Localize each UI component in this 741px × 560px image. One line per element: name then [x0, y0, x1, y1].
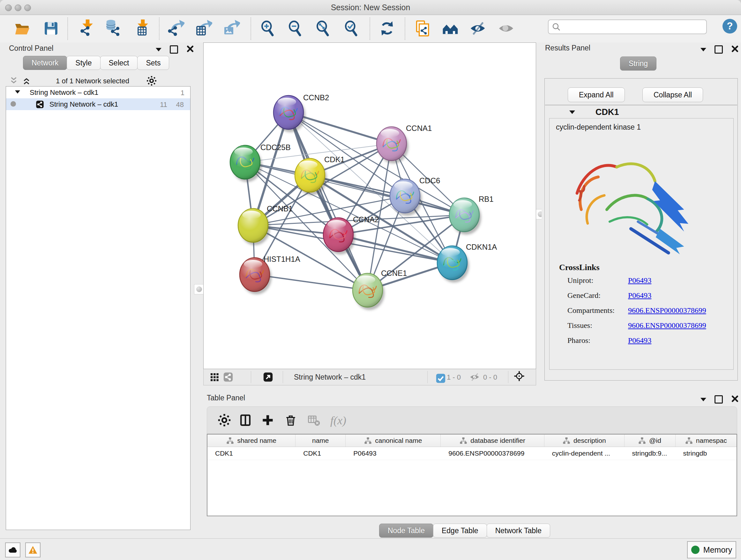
warning-icon[interactable]	[25, 543, 41, 557]
crosslink-label: Tissues:	[567, 321, 592, 329]
node-label-CDC6: CDC6	[419, 176, 440, 185]
table-panel-menu-icon[interactable]	[700, 398, 706, 401]
protein-collapse-icon[interactable]	[569, 111, 575, 114]
help-icon[interactable]: ?	[723, 19, 737, 34]
tab-select[interactable]: Select	[100, 56, 138, 70]
hide-selected-eye-slash-icon[interactable]	[469, 19, 487, 37]
strip-separator	[508, 371, 509, 383]
expand-all-networks-icon[interactable]	[22, 76, 31, 85]
column-header-description[interactable]: description	[544, 435, 624, 447]
node-label-CDKN1A: CDKN1A	[466, 243, 497, 251]
memory-button[interactable]: Memory	[687, 541, 736, 558]
collapse-all-button[interactable]: Collapse All	[643, 87, 703, 102]
zoom-out-icon[interactable]	[286, 19, 305, 37]
network-collection-row[interactable]: String Network – cdk1 1	[6, 86, 190, 98]
network-node-RB1[interactable]	[449, 198, 481, 235]
export-image-icon[interactable]	[222, 19, 240, 37]
network-label: String Network – cdk1	[50, 100, 118, 109]
left-splitter-handle[interactable]	[194, 284, 204, 294]
control-panel-float-icon[interactable]	[170, 45, 178, 54]
network-node-CDK1[interactable]	[295, 159, 327, 195]
crosshair-icon[interactable]	[514, 371, 527, 383]
network-edge-CDK1-RB1[interactable]	[310, 175, 464, 215]
search-input[interactable]	[562, 21, 704, 32]
zoom-selected-icon[interactable]	[343, 19, 360, 37]
cell-description: cyclin-dependent ...	[544, 447, 624, 460]
export-table-icon[interactable]	[194, 19, 212, 37]
network-node-CCNE1[interactable]	[353, 273, 385, 310]
delete-table-icon	[307, 413, 321, 427]
column-header-id[interactable]: @id	[624, 435, 676, 447]
network-edge-CCNB2-CCNE1[interactable]	[288, 112, 367, 290]
network-node-CCNB2[interactable]	[273, 96, 306, 132]
collection-network-count: 1	[181, 89, 185, 97]
table-panel-float-icon[interactable]	[715, 395, 723, 403]
table-panel-close-icon[interactable]	[731, 395, 739, 404]
tab-network-table[interactable]: Network Table	[487, 523, 550, 538]
zoom-in-icon[interactable]	[259, 19, 277, 37]
collapse-all-networks-icon[interactable]	[9, 76, 18, 85]
cloud-icon[interactable]	[5, 543, 20, 557]
crosslink-link[interactable]: P06493	[628, 291, 651, 300]
left-splitter[interactable]	[195, 43, 203, 385]
network-options-gear-icon[interactable]	[146, 75, 157, 86]
import-network-icon[interactable]	[77, 19, 95, 37]
crosslink-link[interactable]: 9606.ENSP00000378699	[628, 321, 706, 330]
save-session-icon[interactable]	[42, 19, 60, 37]
zoom-fit-icon[interactable]	[314, 19, 332, 37]
show-columns-icon[interactable]	[239, 413, 253, 427]
results-panel-float-icon[interactable]	[715, 45, 723, 54]
tab-sets[interactable]: Sets	[137, 56, 169, 70]
network-node-CCNA1[interactable]	[377, 127, 408, 164]
network-canvas[interactable]: CCNB2CCNA1CDC25BCDK1CDC6RB1CCNB1CCNA2CDK…	[203, 43, 536, 369]
control-panel-close-icon[interactable]	[186, 45, 194, 54]
table-tabs: Node TableEdge TableNetwork Table	[379, 523, 550, 538]
column-header-shared-name[interactable]: shared name	[207, 435, 295, 447]
import-network-from-database-icon[interactable]	[105, 19, 122, 37]
tab-edge-table[interactable]: Edge Table	[433, 523, 487, 538]
column-header-database-identifier[interactable]: database identifier	[441, 435, 544, 447]
network-node-CDKN1A[interactable]	[437, 246, 469, 283]
crosslink-row: Compartments: 9606.ENSP00000378699	[567, 306, 727, 315]
export-network-icon[interactable]	[166, 19, 185, 37]
grid-view-icon[interactable]	[209, 372, 220, 382]
refresh-icon[interactable]	[378, 19, 396, 37]
network-row[interactable]: String Network – cdk1 11 48	[6, 98, 190, 110]
collection-expand-icon[interactable]	[15, 90, 20, 94]
network-view-icon[interactable]	[223, 372, 233, 382]
birds-eye-view-icon[interactable]	[263, 372, 273, 382]
table-row[interactable]: CDK1 CDK1 P06493 9606.ENSP00000378699 cy…	[207, 447, 737, 460]
crosslink-link[interactable]: 9606.ENSP00000378699	[628, 306, 706, 315]
network-edge-HIST1H1A-CCNE1[interactable]	[255, 274, 367, 290]
control-panel-menu-icon[interactable]	[156, 48, 161, 51]
crosslink-link[interactable]: P06493	[628, 276, 651, 285]
string-protein-query-icon[interactable]	[413, 19, 431, 37]
column-header-name[interactable]: name	[295, 435, 346, 447]
protein-name: CDK1	[596, 107, 619, 117]
column-header-canonical-name[interactable]: canonical name	[346, 435, 441, 447]
main-toolbar: ?	[0, 15, 741, 43]
cell-name: CDK1	[295, 447, 346, 460]
table-header-row: shared name name canonical name database…	[207, 435, 737, 447]
tab-style[interactable]: Style	[67, 56, 100, 70]
tab-string[interactable]: String	[620, 57, 657, 71]
protein-structure-image[interactable]	[567, 139, 695, 258]
expand-all-button[interactable]: Expand All	[568, 87, 625, 102]
results-panel-menu-icon[interactable]	[700, 48, 706, 51]
add-column-icon[interactable]	[261, 413, 275, 427]
selected-checkbox-icon[interactable]	[435, 373, 444, 381]
tab-network[interactable]: Network	[23, 56, 67, 70]
crosslink-row: Pharos: P06493	[567, 336, 727, 345]
delete-column-icon[interactable]	[284, 413, 298, 427]
node-label-CCNE1: CCNE1	[381, 269, 407, 277]
open-session-icon[interactable]	[13, 19, 31, 37]
import-table-icon[interactable]	[133, 19, 151, 37]
search-icon	[552, 22, 561, 33]
crosslink-link[interactable]: P06493	[628, 336, 651, 345]
column-header-namespace[interactable]: namespac	[676, 435, 737, 447]
string-home-icon[interactable]	[441, 19, 459, 37]
tab-node-table[interactable]: Node Table	[379, 523, 433, 538]
network-node-CDC25B[interactable]	[230, 145, 262, 182]
table-options-gear-icon[interactable]	[217, 413, 231, 427]
results-panel-close-icon[interactable]	[731, 45, 739, 54]
